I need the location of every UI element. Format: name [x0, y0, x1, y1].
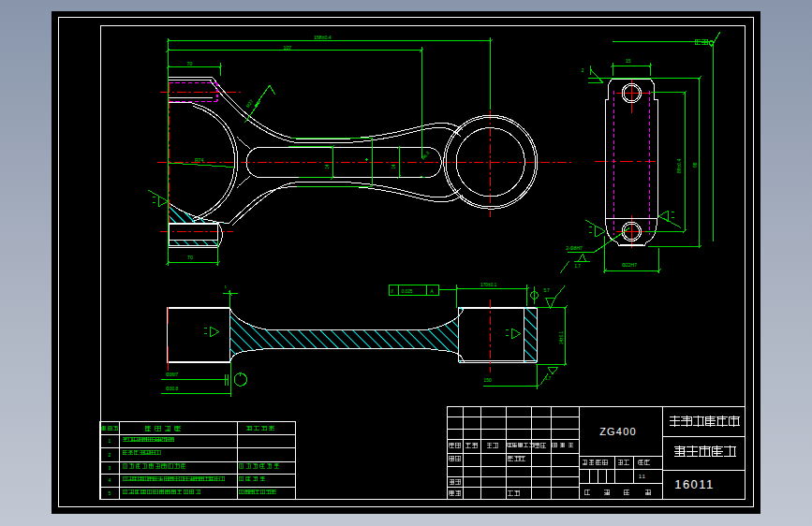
svg-text:14±0.1: 14±0.1: [559, 331, 564, 344]
svg-text:0.025: 0.025: [402, 289, 413, 294]
svg-text:158±0.4: 158±0.4: [314, 35, 332, 40]
svg-text:3: 3: [109, 465, 111, 471]
svg-text:98: 98: [692, 162, 698, 168]
svg-text:R74: R74: [195, 157, 203, 163]
svg-text:70: 70: [187, 255, 193, 260]
svg-text:Φ30.8: Φ30.8: [166, 387, 178, 391]
svg-text:1: 1: [109, 438, 111, 444]
svg-text:5.7: 5.7: [544, 288, 551, 293]
svg-text:2: 2: [109, 452, 111, 458]
svg-text:89±0.4: 89±0.4: [676, 159, 682, 173]
svg-text:16011: 16011: [674, 477, 715, 491]
svg-text:1.7: 1.7: [575, 264, 582, 269]
svg-text:1:1: 1:1: [639, 475, 645, 479]
svg-text:15: 15: [626, 58, 631, 64]
svg-text:4: 4: [109, 477, 111, 483]
svg-text:Φ36f7: Φ36f7: [166, 373, 178, 377]
svg-text:ZG400: ZG400: [599, 426, 637, 437]
svg-text:2-Φ8H7: 2-Φ8H7: [566, 245, 583, 251]
svg-text:70: 70: [187, 61, 193, 66]
svg-text:170±0.1: 170±0.1: [480, 283, 497, 287]
svg-text:5: 5: [109, 490, 111, 496]
svg-text:14: 14: [325, 164, 330, 169]
svg-text:Φ22H7: Φ22H7: [622, 262, 637, 268]
svg-text:150: 150: [484, 377, 493, 383]
svg-text:1.7: 1.7: [545, 376, 552, 381]
svg-text:14: 14: [391, 164, 396, 169]
svg-text:2: 2: [582, 68, 584, 73]
svg-text:107: 107: [284, 45, 292, 51]
